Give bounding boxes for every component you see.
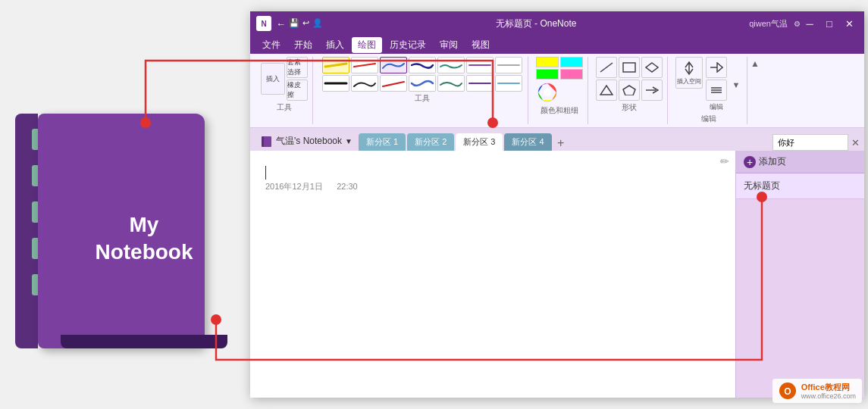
notebook-title-line2: Notebook [95, 239, 193, 266]
user-name: qiwen气温 [749, 18, 788, 30]
search-input[interactable] [772, 134, 848, 151]
pen-teal2[interactable] [437, 75, 465, 92]
minimize-button[interactable]: ─ [801, 14, 819, 33]
highlight-yellow[interactable] [536, 57, 559, 67]
eraser-btn[interactable]: 橡皮擦 [287, 80, 308, 101]
pen-black2[interactable] [351, 75, 378, 92]
highlight-pink[interactable] [560, 69, 583, 80]
ribbon-content: 插入 套索选择 橡皮擦 工具 [256, 57, 858, 124]
edit-tools: 编辑 [706, 57, 727, 112]
menu-insert[interactable]: 插入 [320, 37, 350, 53]
section-tab-2[interactable]: 新分区 2 [407, 133, 454, 151]
indicator-dot-1 [140, 117, 151, 128]
office-logo: O Office教程网 www.office26.com [772, 379, 862, 403]
edit-btn2[interactable] [706, 80, 727, 101]
sort-btn[interactable]: ▼ [730, 57, 742, 112]
edit-mode-icon[interactable]: ✏ [720, 155, 729, 167]
shape-arrow[interactable] [641, 80, 663, 101]
pens-label: 工具 [415, 93, 430, 104]
color-circle-row [536, 81, 583, 104]
edit-content: 插入空间 编辑 ▼ [675, 57, 742, 112]
page-item-untitled[interactable]: 无标题页 [736, 173, 864, 199]
back-btn[interactable]: ← [276, 18, 286, 30]
ribbon-collapse-btn[interactable]: ▲ [750, 57, 760, 124]
pen-black[interactable] [322, 75, 349, 92]
svg-line-10 [600, 63, 613, 72]
office-logo-text-container: Office教程网 www.office26.com [801, 382, 856, 400]
lasso-btn[interactable]: 套索选择 [287, 57, 308, 78]
ribbon-group-edit: 插入空间 编辑 ▼ 编辑 [671, 57, 747, 124]
colors-label: 颜色和粗细 [541, 105, 578, 116]
search-area: ✕ [772, 134, 860, 151]
shapes-label: 形状 [622, 102, 637, 113]
pen-teal[interactable] [437, 57, 465, 73]
indicator-dot-2 [487, 117, 498, 128]
shapes-content [596, 57, 663, 101]
section-tab-4[interactable]: 新分区 4 [504, 133, 551, 151]
menu-review[interactable]: 审阅 [434, 37, 464, 53]
ribbon-group-shapes: 形状 [591, 57, 668, 124]
menu-history[interactable]: 历史记录 [384, 37, 432, 53]
pen-lightblue[interactable] [495, 75, 522, 92]
pen-dark[interactable] [409, 57, 436, 73]
highlight-cyan[interactable] [560, 57, 583, 67]
shapes-row2 [596, 80, 663, 101]
note-area[interactable]: ✏ 2016年12月1日 22:30 [250, 151, 735, 398]
highlight-green[interactable] [536, 69, 559, 80]
ribbon-group-tools: 插入 套索选择 橡皮擦 工具 [256, 57, 313, 124]
tools-label: 工具 [277, 102, 292, 113]
section-tab-1[interactable]: 新分区 1 [359, 133, 406, 151]
pen-purple[interactable] [466, 57, 494, 73]
pen-red[interactable] [351, 57, 378, 73]
pen-blue2[interactable] [409, 75, 436, 92]
maximize-button[interactable]: □ [820, 14, 838, 33]
menu-draw[interactable]: 绘图 [352, 37, 382, 53]
shapes-row1 [596, 57, 663, 78]
indicator-dot-3 [211, 314, 221, 325]
menu-view[interactable]: 视图 [465, 37, 496, 53]
add-page-btn[interactable]: + 添加页 [736, 151, 864, 173]
ribbon-group-pens: 工具 [316, 57, 528, 124]
add-section-btn[interactable]: + [553, 136, 569, 151]
search-clear-btn[interactable]: ✕ [851, 137, 860, 148]
window-title: 无标题页 - OneNote [323, 17, 749, 30]
section-tab-3[interactable]: 新分区 3 [456, 133, 503, 151]
pen-gray[interactable] [495, 57, 522, 73]
color-wheel-btn[interactable] [536, 81, 559, 104]
pen-purple2[interactable] [466, 75, 494, 92]
insert-space-btn[interactable]: 插入空间 [675, 57, 703, 89]
window-controls[interactable]: ─ □ ✕ [801, 14, 858, 33]
menu-file[interactable]: 文件 [256, 37, 287, 53]
pen-red2[interactable] [380, 75, 407, 92]
page-title: 无标题页 [744, 180, 780, 191]
shape-triangle[interactable] [596, 80, 617, 101]
quick-access: ← 💾 ↩ 👤 [276, 18, 323, 30]
menu-start[interactable]: 开始 [288, 37, 318, 53]
pen-blue[interactable] [380, 57, 407, 73]
indicator-dot-4 [757, 192, 767, 202]
svg-line-1 [354, 64, 375, 67]
insert-tool-btn[interactable]: 插入 [261, 63, 285, 95]
svg-text:O: O [784, 386, 791, 397]
pen-yellow[interactable] [322, 57, 349, 73]
tools-content: 插入 套索选择 橡皮擦 [261, 57, 308, 101]
quick-save[interactable]: 💾 [289, 18, 299, 30]
shape-rect[interactable] [619, 57, 640, 78]
shape-pentagon[interactable] [619, 80, 640, 101]
office-logo-url: www.office26.com [801, 392, 856, 400]
user-icon: 👤 [312, 18, 323, 30]
close-button[interactable]: ✕ [840, 14, 858, 33]
text-cursor [265, 166, 266, 180]
notebook-dropdown-icon[interactable]: ▼ [345, 137, 353, 145]
edit-btn1[interactable] [706, 57, 727, 78]
svg-line-0 [325, 64, 346, 67]
notebook-tab[interactable]: 气温's Notebook ▼ [255, 132, 359, 151]
notebook-name: 气温's Notebook [276, 135, 342, 148]
section-tabs: 新分区 1 新分区 2 新分区 3 新分区 4 + [359, 133, 772, 151]
edit-label: 编辑 [710, 102, 723, 112]
notebook-title: My Notebook [61, 121, 227, 356]
svg-rect-19 [262, 136, 264, 147]
shape-line[interactable] [596, 57, 617, 78]
shape-diamond[interactable] [641, 57, 663, 78]
undo-btn[interactable]: ↩ [302, 18, 309, 30]
